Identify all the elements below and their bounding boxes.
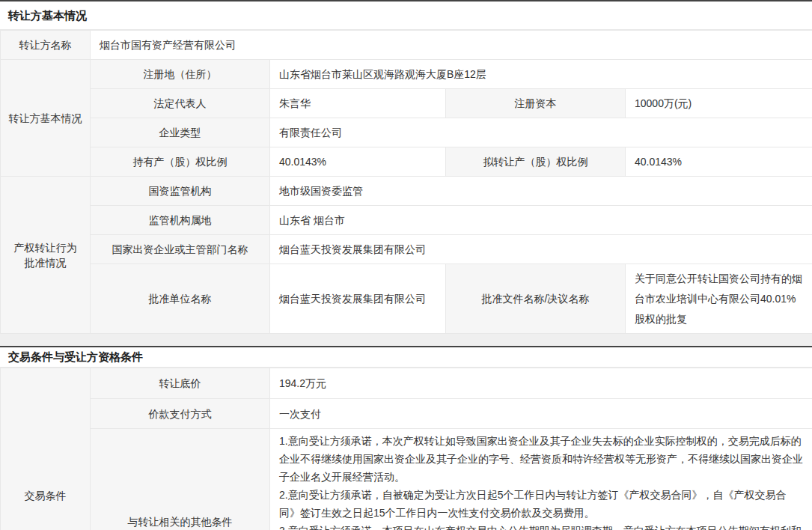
trade-conditions-table: 交易条件 转让底价 194.2万元 价款支付方式 一次支付 与转让相关的其他条件… xyxy=(0,368,812,530)
registered-address-label: 注册地（住所） xyxy=(91,60,270,89)
table-row: 转让方名称 烟台市国有资产经营有限公司 xyxy=(1,31,812,60)
regulator-value: 地市级国资委监管 xyxy=(270,177,812,206)
other-conditions-paragraph-1: 1.意向受让方须承诺，本次产权转让如导致国家出资企业及其子企业失去标的企业实际控… xyxy=(279,432,803,486)
held-equity-ratio-value: 40.0143% xyxy=(270,147,446,177)
trade-conditions-group-label: 交易条件 xyxy=(1,368,91,530)
basic-group-label: 转让方基本情况 xyxy=(1,60,91,177)
table-row: 国家出资企业或主管部门名称 烟台蓝天投资发展集团有限公司 xyxy=(1,235,812,264)
other-conditions-paragraph-2: 2.意向受让方须承诺，自被确定为受让方次日起5个工作日内与转让方签订《产权交易合… xyxy=(279,486,803,522)
other-conditions-paragraph-3: 3.意向受让方须承诺，本项目在山东产权交易中心公告期即为尽职调查期，意向受让方在… xyxy=(279,522,803,530)
section-title-transferor: 转让方基本情况 xyxy=(0,1,812,30)
floor-price-label: 转让底价 xyxy=(91,368,270,399)
other-conditions-label: 与转让相关的其他条件 xyxy=(91,429,270,530)
other-conditions-value: 1.意向受让方须承诺，本次产权转让如导致国家出资企业及其子企业失去标的企业实际控… xyxy=(270,429,812,530)
approval-doc-value: 关于同意公开转让国资公司持有的烟台市农业培训中心有限公司40.01%股权的批复 xyxy=(626,264,812,334)
table-row: 批准单位名称 烟台蓝天投资发展集团有限公司 批准文件名称/决议名称 关于同意公开… xyxy=(1,264,812,334)
transferor-name-value: 烟台市国有资产经营有限公司 xyxy=(91,31,812,60)
approval-doc-label: 批准文件名称/决议名称 xyxy=(446,264,626,334)
payment-method-label: 价款支付方式 xyxy=(91,399,270,429)
funding-enterprise-label: 国家出资企业或主管部门名称 xyxy=(91,235,270,264)
section-title-trade-conditions: 交易条件与受让方资格条件 xyxy=(0,347,812,368)
approval-unit-label: 批准单位名称 xyxy=(91,264,270,334)
table-row: 产权转让行为 批准情况 国资监管机构 地市级国资委监管 xyxy=(1,177,812,206)
registered-capital-value: 10000万(元) xyxy=(626,89,812,118)
table-row: 持有产（股）权比例 40.0143% 拟转让产（股）权比例 40.0143% xyxy=(1,147,812,177)
approval-group-label: 产权转让行为 批准情况 xyxy=(1,177,91,334)
company-type-label: 企业类型 xyxy=(91,118,270,147)
approval-unit-value: 烟台蓝天投资发展集团有限公司 xyxy=(270,264,446,334)
company-type-value: 有限责任公司 xyxy=(270,118,812,147)
legal-rep-value: 朱言华 xyxy=(270,89,446,118)
payment-method-value: 一次支付 xyxy=(270,399,812,429)
transferor-info-section: 转让方基本情况 转让方名称 烟台市国有资产经营有限公司 转让方基本情况 注册地（… xyxy=(0,0,812,334)
transfer-equity-ratio-label: 拟转让产（股）权比例 xyxy=(446,147,626,177)
transferor-info-table: 转让方名称 烟台市国有资产经营有限公司 转让方基本情况 注册地（住所） 山东省烟… xyxy=(0,30,812,334)
table-row: 监管机构属地 山东省 烟台市 xyxy=(1,206,812,235)
trade-conditions-section: 交易条件与受让方资格条件 交易条件 转让底价 194.2万元 价款支付方式 一次… xyxy=(0,346,812,530)
registered-capital-label: 注册资本 xyxy=(446,89,626,118)
regulator-label: 国资监管机构 xyxy=(91,177,270,206)
funding-enterprise-value: 烟台蓝天投资发展集团有限公司 xyxy=(270,235,812,264)
table-row: 转让方基本情况 注册地（住所） 山东省烟台市莱山区观海路观海大厦B座12层 xyxy=(1,60,812,89)
registered-address-value: 山东省烟台市莱山区观海路观海大厦B座12层 xyxy=(270,60,812,89)
legal-rep-label: 法定代表人 xyxy=(91,89,270,118)
table-row: 法定代表人 朱言华 注册资本 10000万(元) xyxy=(1,89,812,118)
transfer-equity-ratio-value: 40.0143% xyxy=(626,147,812,177)
regulator-region-value: 山东省 烟台市 xyxy=(270,206,812,235)
table-row: 与转让相关的其他条件 1.意向受让方须承诺，本次产权转让如导致国家出资企业及其子… xyxy=(1,429,812,530)
table-row: 价款支付方式 一次支付 xyxy=(1,399,812,429)
regulator-region-label: 监管机构属地 xyxy=(91,206,270,235)
floor-price-value: 194.2万元 xyxy=(270,368,812,399)
held-equity-ratio-label: 持有产（股）权比例 xyxy=(91,147,270,177)
table-row: 交易条件 转让底价 194.2万元 xyxy=(1,368,812,399)
transferor-name-label: 转让方名称 xyxy=(1,31,91,60)
table-row: 企业类型 有限责任公司 xyxy=(1,118,812,147)
